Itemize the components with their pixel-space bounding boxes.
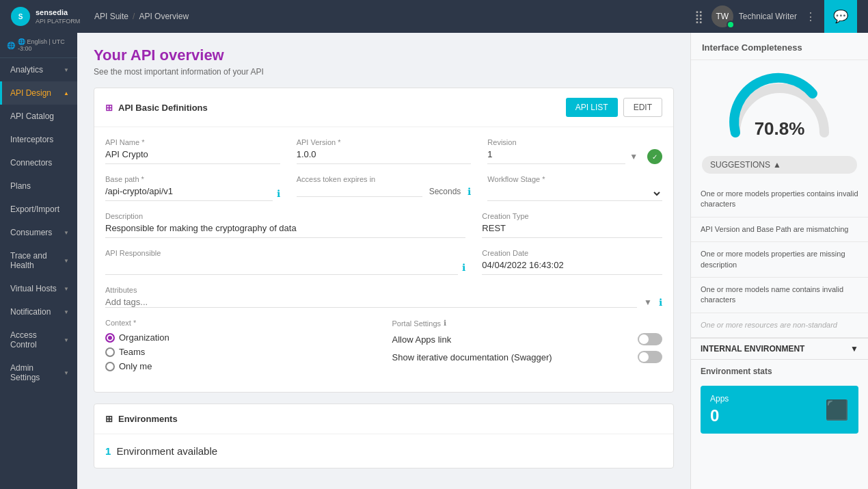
sidebar-item-analytics[interactable]: Analytics ▼: [0, 58, 77, 81]
apps-count: 0: [710, 406, 729, 425]
sidebar-item-consumers[interactable]: Consumers ▼: [0, 221, 77, 244]
allow-apps-toggle[interactable]: [638, 333, 662, 345]
portal-section: Portal Settings ℹ Allow Apps link Show i…: [392, 319, 663, 375]
form-row-attributes: Attributes ▼ ℹ: [105, 286, 662, 308]
creation-date-label: Creation Date: [482, 249, 662, 257]
card-header: ⊞ API Basic Definitions API LIST EDIT: [94, 88, 673, 127]
env-dropdown-icon[interactable]: ▼: [850, 344, 858, 354]
sidebar-item-export-import[interactable]: Export/Import: [0, 198, 77, 221]
api-basic-definitions-card: ⊞ API Basic Definitions API LIST EDIT AP…: [94, 88, 674, 393]
creation-type-label: Creation Type: [482, 212, 662, 220]
access-token-info-icon[interactable]: ℹ: [467, 186, 471, 197]
access-token-group: Access token expires in Seconds ℹ: [297, 175, 472, 201]
onlyme-radio[interactable]: [105, 362, 115, 371]
workflow-label: Workflow Stage *: [487, 175, 662, 183]
revision-label: Revision: [487, 138, 662, 146]
grid-icon[interactable]: ⣿: [694, 9, 703, 24]
context-teams-option[interactable]: Teams: [105, 347, 376, 357]
suggestion-item-5: One or more resources are non-standard: [691, 313, 868, 338]
portal-info-icon[interactable]: ℹ: [444, 319, 446, 328]
base-path-value: /api-crypto/api/v1: [105, 186, 273, 201]
topbar-actions: ⣿ TW Technical Writer ⋮: [694, 5, 816, 27]
context-label: Context *: [105, 319, 376, 327]
env-stats-title: Environment stats: [691, 359, 868, 380]
logo-icon: S: [11, 7, 30, 26]
revision-dropdown-icon[interactable]: ▼: [629, 152, 638, 161]
api-responsible-info-icon[interactable]: ℹ: [462, 262, 465, 273]
suggestion-item-2: API Version and Base Path are mismatchin…: [691, 217, 868, 242]
attributes-info-icon[interactable]: ℹ: [659, 297, 662, 308]
chevron-down-icon: ▼: [64, 230, 69, 236]
show-iterative-toggle[interactable]: [638, 351, 662, 363]
environments-card: ⊞ Environments 1 Environment available: [94, 404, 674, 468]
more-options-icon[interactable]: ⋮: [805, 10, 816, 23]
attributes-row: ▼ ℹ: [105, 297, 662, 308]
allow-apps-row: Allow Apps link: [392, 333, 663, 345]
sidebar: 🌐 🌐 English | UTC -3:00 Analytics ▼ API …: [0, 33, 77, 489]
api-responsible-group: API Responsible ℹ: [105, 249, 465, 275]
api-responsible-value: [105, 260, 458, 275]
attributes-input[interactable]: [105, 297, 637, 308]
sidebar-item-notification[interactable]: Notification ▼: [0, 300, 77, 323]
chat-icon: 💬: [833, 9, 848, 24]
context-organization-option[interactable]: Organization: [105, 332, 376, 343]
card-actions: API LIST EDIT: [566, 98, 662, 117]
workflow-group: Workflow Stage *: [487, 175, 662, 201]
page-header: Your API overview See the most important…: [94, 47, 674, 77]
revision-group: Revision 1 ▼ ✓: [487, 138, 662, 164]
sidebar-item-plans[interactable]: Plans: [0, 174, 77, 198]
teams-radio[interactable]: [105, 347, 115, 357]
base-path-info-icon[interactable]: ℹ: [277, 188, 280, 199]
sidebar-item-trace-health[interactable]: Trace and Health ▼: [0, 244, 77, 277]
chat-button[interactable]: 💬: [824, 0, 857, 33]
chevron-down-icon: ▼: [64, 258, 69, 264]
apps-label: Apps: [710, 394, 729, 404]
show-iterative-label: Show iterative documentation (Swagger): [392, 352, 552, 362]
base-path-label: Base path *: [105, 175, 280, 183]
sidebar-item-api-catalog[interactable]: API Catalog: [0, 105, 77, 128]
form-row-3: Description Responsible for making the c…: [105, 212, 662, 238]
suggestions-button[interactable]: SUGGESTIONS ▲: [702, 156, 857, 174]
globe-icon: 🌐: [7, 42, 15, 49]
env-count: 1 Environment available: [105, 445, 662, 457]
gauge-container: 70.8%: [725, 71, 835, 140]
attributes-dropdown-icon[interactable]: ▼: [644, 298, 652, 307]
portal-label: Portal Settings ℹ: [392, 319, 663, 328]
edit-button[interactable]: EDIT: [623, 98, 662, 117]
form-row-4: API Responsible ℹ Creation Date 04/04/20…: [105, 249, 662, 275]
sidebar-item-connectors[interactable]: Connectors: [0, 151, 77, 174]
chevron-down-icon: ▼: [64, 309, 69, 315]
main-layout: 🌐 🌐 English | UTC -3:00 Analytics ▼ API …: [0, 33, 868, 489]
organization-radio[interactable]: [105, 333, 115, 343]
card-title: ⊞ API Basic Definitions: [105, 103, 208, 113]
sidebar-item-admin-settings[interactable]: Admin Settings ▼: [0, 356, 77, 389]
breadcrumb-current: API Overview: [139, 12, 189, 21]
base-path-row: /api-crypto/api/v1 ℹ: [105, 186, 280, 201]
context-onlyme-option[interactable]: Only me: [105, 361, 376, 371]
suggestion-item-4: One or more models name contains invalid…: [691, 278, 868, 313]
breadcrumb-root[interactable]: API Suite: [94, 12, 128, 21]
creation-type-value: REST: [482, 223, 662, 238]
sidebar-item-virtual-hosts[interactable]: Virtual Hosts ▼: [0, 277, 77, 300]
suggestion-item-1: One or more models properties contains i…: [691, 182, 868, 217]
chevron-up-icon: ▲: [773, 160, 781, 170]
workflow-select[interactable]: [487, 186, 662, 201]
sidebar-item-interceptors[interactable]: Interceptors: [0, 128, 77, 151]
avatar[interactable]: TW: [711, 5, 733, 27]
workflow-select-row: [487, 186, 662, 201]
description-value: Responsible for making the cryptography …: [105, 223, 465, 238]
description-group: Description Responsible for making the c…: [105, 212, 465, 238]
hash-icon: ⊞: [105, 103, 113, 113]
chevron-down-icon: ▼: [64, 67, 69, 73]
logo-text: sensedia API PLATFORM: [36, 8, 80, 24]
sidebar-item-access-control[interactable]: Access Control ▼: [0, 323, 77, 356]
api-name-group: API Name * API Crypto: [105, 138, 280, 164]
chevron-down-icon: ▼: [64, 337, 69, 343]
sidebar-item-api-design[interactable]: API Design ▲: [0, 81, 77, 105]
api-list-button[interactable]: API LIST: [566, 98, 618, 117]
apps-card: Apps 0 ⬛: [701, 386, 858, 434]
env-selector[interactable]: INTERNAL ENVIRONMENT ▼: [691, 338, 868, 359]
sidebar-locale: 🌐 🌐 English | UTC -3:00: [0, 33, 77, 58]
access-token-input[interactable]: [297, 186, 422, 197]
api-responsible-row: ℹ: [105, 260, 465, 275]
